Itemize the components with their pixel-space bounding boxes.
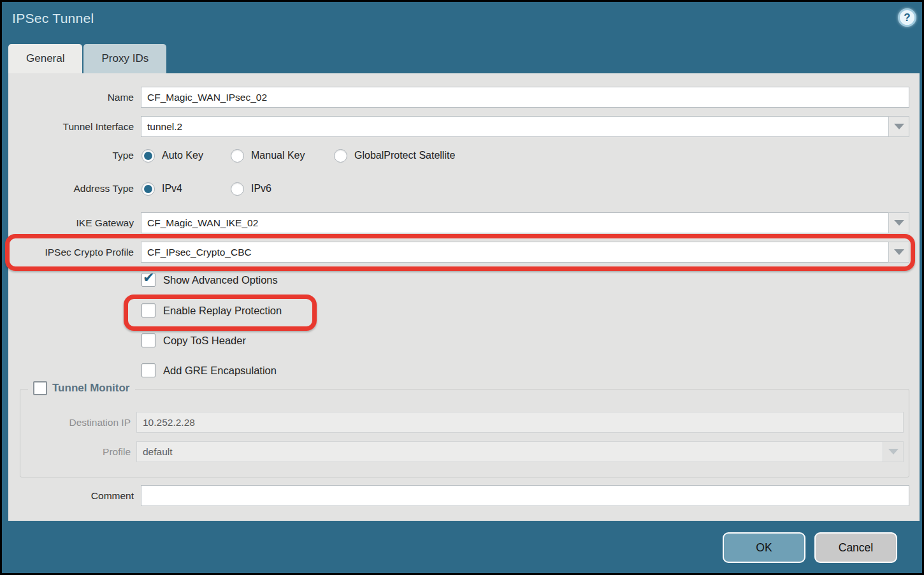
tab-proxy-ids[interactable]: Proxy IDs (83, 44, 166, 73)
ok-button[interactable]: OK (723, 532, 805, 563)
chevron-down-icon (894, 124, 904, 129)
tab-bar: General Proxy IDs (8, 44, 168, 73)
ipsec-crypto-profile-dropdown-button[interactable] (888, 242, 909, 263)
tab-general[interactable]: General (8, 44, 82, 73)
type-row: Type Auto Key Manual Key GlobalProtect S… (8, 147, 920, 164)
destination-ip-input: 10.252.2.28 (136, 412, 904, 433)
checkbox-icon (141, 273, 155, 287)
comment-label: Comment (8, 490, 134, 502)
radio-button-icon (141, 149, 155, 163)
checkbox-tunnel-monitor[interactable]: Tunnel Monitor (28, 381, 135, 395)
ipsec-crypto-profile-label: IPSec Crypto Profile (8, 247, 134, 258)
dialog-title: IPSec Tunnel (12, 11, 94, 26)
profile-dropdown-button (883, 441, 904, 462)
cancel-button[interactable]: Cancel (814, 532, 897, 563)
ike-gateway-select[interactable]: CF_Magic_WAN_IKE_02 (141, 212, 909, 233)
tunnel-interface-row: Tunnel Interface tunnel.2 (8, 116, 920, 137)
address-type-label: Address Type (8, 183, 134, 194)
comment-input[interactable] (141, 485, 909, 506)
general-tab-panel: Name CF_Magic_WAN_IPsec_02 Tunnel Interf… (8, 73, 920, 521)
name-label: Name (8, 92, 134, 103)
chevron-down-icon (888, 449, 899, 455)
profile-value: default (143, 446, 173, 458)
radio-button-icon (334, 149, 347, 163)
checkbox-add-gre-encapsulation[interactable]: Add GRE Encapsulation (141, 363, 277, 377)
address-type-row: Address Type IPv4 IPv6 (8, 180, 920, 197)
ike-gateway-row: IKE Gateway CF_Magic_WAN_IKE_02 (8, 212, 920, 233)
chevron-down-icon (894, 220, 904, 226)
checkbox-copy-tos-header[interactable]: Copy ToS Header (141, 333, 246, 347)
checkbox-icon (141, 303, 155, 317)
ike-gateway-value: CF_Magic_WAN_IKE_02 (147, 217, 258, 229)
tunnel-interface-value: tunnel.2 (147, 121, 182, 133)
tunnel-monitor-group: Tunnel Monitor Destination IP 10.252.2.2… (20, 389, 909, 477)
radio-manual-key[interactable]: Manual Key (231, 147, 305, 164)
checkbox-icon (33, 381, 47, 395)
checkbox-enable-replay-protection[interactable]: Enable Replay Protection (141, 303, 282, 317)
type-label: Type (8, 150, 134, 161)
comment-row: Comment (8, 485, 920, 506)
dialog-footer: OK Cancel (2, 521, 922, 575)
destination-ip-row: Destination IP 10.252.2.28 (20, 412, 909, 433)
ike-gateway-label: IKE Gateway (8, 217, 134, 229)
radio-ipv4[interactable]: IPv4 (141, 180, 182, 197)
help-icon[interactable]: ? (898, 8, 916, 27)
tunnel-interface-select[interactable]: tunnel.2 (141, 116, 909, 137)
tunnel-interface-dropdown-button[interactable] (888, 116, 909, 137)
name-row: Name CF_Magic_WAN_IPsec_02 (8, 87, 920, 108)
profile-label: Profile (20, 446, 131, 458)
tunnel-interface-label: Tunnel Interface (8, 121, 134, 133)
profile-select: default (136, 441, 904, 462)
name-input[interactable]: CF_Magic_WAN_IPsec_02 (141, 87, 909, 108)
radio-auto-key[interactable]: Auto Key (141, 147, 203, 164)
title-bar: IPSec Tunnel ? (2, 2, 922, 42)
ike-gateway-dropdown-button[interactable] (888, 212, 909, 233)
ipsec-crypto-profile-select[interactable]: CF_IPsec_Crypto_CBC (141, 242, 909, 263)
chevron-down-icon (894, 249, 904, 255)
ipsec-crypto-profile-row: IPSec Crypto Profile CF_IPsec_Crypto_CBC (8, 242, 920, 263)
radio-button-icon (231, 182, 244, 196)
radio-button-icon (231, 149, 244, 163)
ipsec-crypto-profile-value: CF_IPsec_Crypto_CBC (147, 247, 252, 258)
destination-ip-label: Destination IP (20, 417, 131, 428)
radio-ipv6[interactable]: IPv6 (231, 180, 271, 197)
radio-globalprotect-satellite[interactable]: GlobalProtect Satellite (334, 147, 455, 164)
checkbox-show-advanced-options[interactable]: Show Advanced Options (141, 273, 278, 287)
ipsec-tunnel-dialog: IPSec Tunnel ? General Proxy IDs Name CF… (0, 0, 924, 575)
radio-button-icon (141, 182, 155, 196)
profile-row: Profile default (20, 441, 909, 462)
checkbox-icon (141, 363, 155, 377)
checkbox-icon (141, 333, 155, 347)
